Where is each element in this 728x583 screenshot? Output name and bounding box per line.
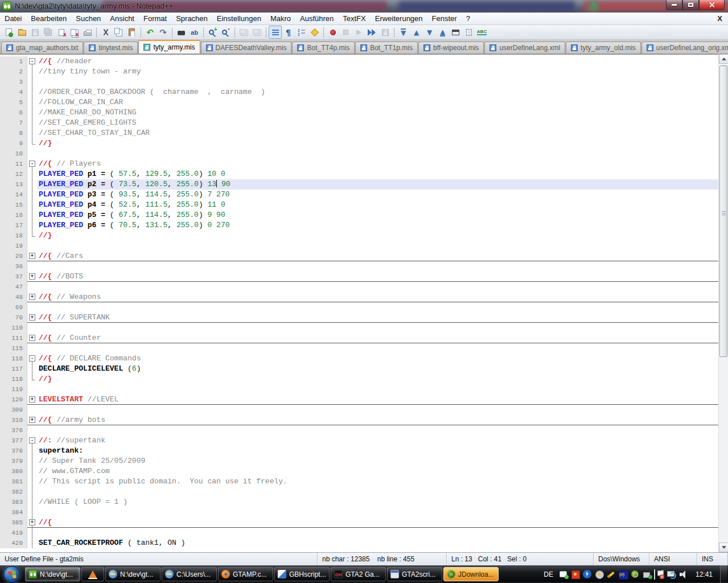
tab-Bot_TT1p.mis[interactable]: Bot_TT1p.mis	[355, 42, 418, 54]
maximize-button[interactable]	[682, 0, 699, 10]
close-all-icon[interactable]	[68, 26, 81, 39]
save-all-icon[interactable]	[42, 26, 55, 39]
taskbar-vlc[interactable]	[81, 567, 104, 581]
menu-item-ansicht[interactable]: Ansicht	[105, 13, 139, 24]
collapse-current-level-icon[interactable]: ▼	[423, 26, 436, 39]
tuneup-icon[interactable]	[606, 569, 616, 580]
edit-monitor-doc-icon[interactable]	[462, 26, 475, 39]
taskbar-firefox[interactable]: GTAMP.c...	[218, 567, 273, 581]
menu-item-format[interactable]: Format	[139, 13, 171, 24]
new-file-icon[interactable]	[2, 26, 15, 39]
redo-icon[interactable]: ↷	[157, 26, 170, 39]
tab-userDefineLang.xml[interactable]: userDefineLang.xml	[484, 42, 565, 54]
scroll-down-arrow[interactable]	[719, 543, 728, 552]
menu-item--[interactable]: ?	[462, 13, 475, 24]
close-button[interactable]	[699, 0, 725, 10]
cut-icon[interactable]	[99, 26, 112, 39]
close-document-x[interactable]: X	[711, 14, 728, 23]
paste-icon[interactable]	[125, 26, 138, 39]
macro-save-icon[interactable]	[379, 26, 392, 39]
tab-gta_map_authors.txt[interactable]: gta_map_authors.txt	[1, 42, 83, 54]
messenger-icon[interactable]	[558, 569, 569, 580]
scroll-up-arrow[interactable]	[719, 54, 728, 64]
fold-expand-marker[interactable]: +	[27, 518, 38, 528]
print-icon[interactable]	[81, 26, 94, 39]
scrollbar-thumb[interactable]	[719, 65, 727, 357]
menu-item-erweiterungen[interactable]: Erweiterungen	[371, 13, 427, 24]
sync-vertical-scrolling-icon[interactable]	[237, 26, 250, 39]
menu-item-ausf-hren[interactable]: Ausführen	[295, 13, 338, 24]
network-icon[interactable]	[666, 569, 676, 580]
tab-userDefineLang_orig.xml[interactable]: userDefineLang_orig.xml	[641, 42, 728, 54]
menu-item-suchen[interactable]: Suchen	[71, 13, 105, 24]
fold-collapse-marker[interactable]: -	[27, 354, 38, 364]
save-file-icon[interactable]	[28, 26, 42, 39]
taskbar-gbhscript[interactable]: GBHscript...	[274, 567, 330, 581]
photo-app-icon[interactable]	[570, 569, 581, 580]
tab-bff-wipeout.mis[interactable]: bff-wipeout.mis	[418, 42, 484, 54]
zoom-out-icon[interactable]	[219, 26, 232, 39]
tab-tyty_army_old.mis[interactable]: tyty_army_old.mis	[566, 42, 641, 54]
spell-check-icon[interactable]: ABC	[475, 26, 488, 39]
tab-tyty_army.mis[interactable]: tyty_army.mis	[138, 40, 200, 54]
taskbar-jdownloader[interactable]: JDownloa...	[443, 567, 499, 581]
launch-console-icon[interactable]	[449, 26, 462, 39]
menu-item-bearbeiten[interactable]: Bearbeiten	[26, 13, 71, 24]
menu-item-textfx[interactable]: TextFX	[338, 13, 370, 24]
volume-icon[interactable]	[678, 569, 688, 580]
usb-device-icon[interactable]	[642, 569, 652, 580]
replace-icon[interactable]: ab	[188, 26, 201, 39]
macro-record-icon[interactable]	[326, 26, 339, 39]
show-all-characters-icon[interactable]: ¶	[282, 26, 295, 39]
fold-collapse-marker[interactable]: -	[27, 159, 38, 169]
globe-app-icon[interactable]	[630, 569, 640, 580]
fold-collapse-marker[interactable]: -	[27, 56, 38, 67]
fold-expand-marker[interactable]: +	[27, 415, 38, 425]
taskbar-explorer-dev[interactable]: N:\dev\gt...	[105, 567, 161, 581]
taskbar-explorer-users[interactable]: C:\Users\...	[162, 567, 217, 581]
language-indicator[interactable]: DE	[540, 570, 557, 578]
word-wrap-icon[interactable]	[269, 26, 282, 39]
taskbar-notepadpp[interactable]: N:\dev\gt...	[25, 567, 80, 581]
menu-item-makro[interactable]: Makro	[266, 13, 295, 24]
sync-horizontal-scrolling-icon[interactable]	[250, 26, 264, 39]
tab-tinytest.mis[interactable]: tinytest.mis	[84, 42, 138, 54]
find-icon[interactable]	[175, 26, 188, 39]
zoom-in-icon[interactable]	[206, 26, 219, 39]
fold-expand-marker[interactable]: +	[27, 395, 38, 405]
macro-stop-icon[interactable]	[339, 26, 352, 39]
tab-DAFESDeathValley.mis[interactable]: DAFESDeathValley.mis	[201, 42, 292, 54]
fold-collapse-marker[interactable]: -	[27, 436, 38, 446]
taskbar-gta2-game[interactable]: GHGTA2 Ga...	[331, 567, 386, 581]
fold-expand-marker[interactable]: +	[27, 251, 38, 261]
disk-utility-icon[interactable]	[594, 569, 604, 580]
menu-item-sprachen[interactable]: Sprachen	[171, 13, 212, 24]
menu-item-fenster[interactable]: Fenster	[427, 13, 462, 24]
fold-expand-marker[interactable]: +	[27, 292, 38, 302]
menu-item-datei[interactable]: Datei	[0, 13, 26, 24]
taskbar-clock[interactable]: 12:41	[690, 570, 718, 578]
close-file-icon[interactable]	[55, 26, 68, 39]
start-button[interactable]	[3, 566, 20, 583]
fold-expand-marker[interactable]: +	[27, 333, 38, 343]
code-editor[interactable]: 1-//{ //header2//tiny tiny town - army34…	[0, 54, 728, 552]
uncollapse-current-level-icon[interactable]: ▲	[436, 26, 449, 39]
taskbar-gta2script[interactable]: GTA2scri...	[387, 567, 442, 581]
macro-run-multiple-icon[interactable]	[365, 26, 379, 39]
collapse-all-icon[interactable]: ▼	[397, 26, 410, 39]
minimize-button[interactable]	[666, 0, 682, 10]
lightning-app-icon[interactable]	[582, 569, 593, 580]
fold-expand-marker[interactable]: +	[27, 272, 38, 282]
user-defined-dialog-icon[interactable]	[308, 26, 321, 39]
wireless-icon[interactable]	[618, 569, 628, 580]
menu-item-einstellungen[interactable]: Einstellungen	[212, 13, 266, 24]
indent-guide-icon[interactable]	[295, 26, 308, 39]
open-file-icon[interactable]	[15, 26, 28, 39]
fold-expand-marker[interactable]: +	[27, 313, 38, 323]
undo-icon[interactable]: ↶	[143, 26, 157, 39]
action-center-icon[interactable]	[654, 569, 664, 580]
tab-Bot_TT4p.mis[interactable]: Bot_TT4p.mis	[292, 42, 355, 54]
copy-icon[interactable]	[112, 26, 125, 39]
macro-play-icon[interactable]	[352, 26, 365, 39]
vertical-scrollbar[interactable]	[718, 54, 728, 552]
